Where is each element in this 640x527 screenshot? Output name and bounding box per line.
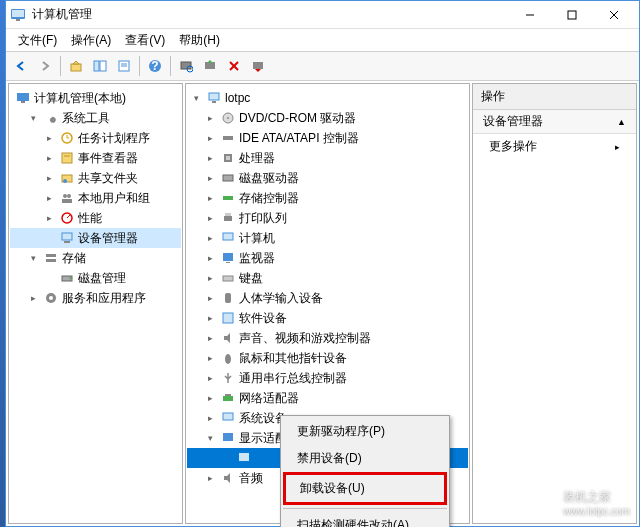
forward-button[interactable] — [34, 55, 56, 77]
nav-task-scheduler[interactable]: ▸ 任务计划程序 — [10, 128, 181, 148]
svg-point-46 — [227, 117, 229, 119]
nav-event-viewer[interactable]: ▸ 事件查看器 — [10, 148, 181, 168]
svg-line-34 — [67, 215, 70, 218]
update-driver-button[interactable] — [199, 55, 221, 77]
monitor-icon — [220, 250, 236, 266]
keyboard-icon — [220, 270, 236, 286]
nav-device-manager[interactable]: 设备管理器 — [10, 228, 181, 248]
svg-rect-61 — [223, 396, 233, 401]
up-button[interactable] — [65, 55, 87, 77]
menubar: 文件(F) 操作(A) 查看(V) 帮助(H) — [6, 29, 639, 51]
maximize-button[interactable] — [551, 2, 593, 28]
svg-rect-56 — [226, 262, 230, 263]
chevron-right-icon[interactable]: ▸ — [203, 171, 217, 185]
chevron-right-icon[interactable]: ▸ — [203, 131, 217, 145]
chevron-right-icon[interactable]: ▸ — [203, 271, 217, 285]
nav-shared-folders[interactable]: ▸ 共享文件夹 — [10, 168, 181, 188]
ctx-uninstall-device[interactable]: 卸载设备(U) — [283, 472, 447, 505]
ctx-scan-hardware[interactable]: 扫描检测硬件改动(A) — [283, 512, 447, 527]
chevron-right-icon[interactable]: ▸ — [42, 151, 56, 165]
back-button[interactable] — [10, 55, 32, 77]
device-software[interactable]: ▸软件设备 — [187, 308, 468, 328]
ctx-disable-device[interactable]: 禁用设备(D) — [283, 445, 447, 472]
chevron-right-icon[interactable]: ▸ — [203, 111, 217, 125]
chevron-right-icon[interactable]: ▸ — [42, 171, 56, 185]
storage-ctrl-icon — [220, 190, 236, 206]
device-hid[interactable]: ▸人体学输入设备 — [187, 288, 468, 308]
chevron-right-icon[interactable]: ▸ — [203, 371, 217, 385]
dvd-icon — [220, 110, 236, 126]
storage-icon — [43, 250, 59, 266]
navigation-tree-panel: 计算机管理(本地) ▾ 系统工具 ▸ 任务计划程序 ▸ 事件查看器 — [8, 83, 183, 524]
device-sound[interactable]: ▸声音、视频和游戏控制器 — [187, 328, 468, 348]
chevron-down-icon[interactable]: ▾ — [189, 91, 203, 105]
chevron-down-icon[interactable]: ▾ — [26, 111, 40, 125]
scan-hardware-button[interactable] — [175, 55, 197, 77]
minimize-button[interactable] — [509, 2, 551, 28]
device-computer[interactable]: ▸计算机 — [187, 228, 468, 248]
actions-header: 操作 — [473, 84, 636, 110]
chevron-right-icon[interactable]: ▸ — [203, 151, 217, 165]
device-monitor[interactable]: ▸监视器 — [187, 248, 468, 268]
svg-rect-58 — [225, 293, 231, 303]
device-root[interactable]: ▾ lotpc — [187, 88, 468, 108]
svg-point-29 — [63, 179, 67, 183]
chevron-right-icon[interactable]: ▸ — [203, 471, 217, 485]
chevron-down-icon[interactable]: ▾ — [26, 251, 40, 265]
chevron-right-icon[interactable]: ▸ — [203, 251, 217, 265]
uninstall-button[interactable] — [223, 55, 245, 77]
chevron-right-icon[interactable]: ▸ — [203, 351, 217, 365]
actions-more[interactable]: 更多操作 ▸ — [473, 134, 636, 159]
close-button[interactable] — [593, 2, 635, 28]
svg-rect-43 — [209, 93, 219, 100]
menu-action[interactable]: 操作(A) — [65, 30, 117, 51]
nav-performance[interactable]: ▸ 性能 — [10, 208, 181, 228]
chevron-right-icon[interactable]: ▸ — [203, 231, 217, 245]
disable-button[interactable] — [247, 55, 269, 77]
menu-help[interactable]: 帮助(H) — [173, 30, 226, 51]
chevron-right-icon[interactable]: ▸ — [42, 191, 56, 205]
chevron-down-icon[interactable]: ▾ — [203, 431, 217, 445]
chevron-right-icon[interactable]: ▸ — [203, 331, 217, 345]
nav-disk-management[interactable]: 磁盘管理 — [10, 268, 181, 288]
menu-file[interactable]: 文件(F) — [12, 30, 63, 51]
device-keyboard[interactable]: ▸键盘 — [187, 268, 468, 288]
device-ide[interactable]: ▸IDE ATA/ATAPI 控制器 — [187, 128, 468, 148]
actions-section-device-manager[interactable]: 设备管理器 ▲ — [473, 110, 636, 134]
device-mouse[interactable]: ▸鼠标和其他指针设备 — [187, 348, 468, 368]
nav-services-apps[interactable]: ▸ 服务和应用程序 — [10, 288, 181, 308]
nav-storage[interactable]: ▾ 存储 — [10, 248, 181, 268]
chevron-right-icon[interactable]: ▸ — [203, 391, 217, 405]
services-icon — [43, 290, 59, 306]
device-usb[interactable]: ▸通用串行总线控制器 — [187, 368, 468, 388]
device-cpu[interactable]: ▸处理器 — [187, 148, 468, 168]
cpu-icon — [220, 150, 236, 166]
device-storage-ctrl[interactable]: ▸存储控制器 — [187, 188, 468, 208]
chevron-right-icon[interactable]: ▸ — [26, 291, 40, 305]
properties-button[interactable] — [113, 55, 135, 77]
display-adapter-icon — [220, 430, 236, 446]
svg-rect-44 — [212, 101, 216, 103]
device-network[interactable]: ▸网络适配器 — [187, 388, 468, 408]
chevron-right-icon[interactable]: ▸ — [203, 291, 217, 305]
svg-rect-59 — [223, 313, 233, 323]
app-icon — [10, 7, 26, 23]
chevron-right-icon[interactable]: ▸ — [203, 311, 217, 325]
chevron-right-icon[interactable]: ▸ — [203, 411, 217, 425]
nav-system-tools[interactable]: ▾ 系统工具 — [10, 108, 181, 128]
nav-local-users[interactable]: ▸ 本地用户和组 — [10, 188, 181, 208]
chevron-right-icon[interactable]: ▸ — [42, 211, 56, 225]
menu-view[interactable]: 查看(V) — [119, 30, 171, 51]
show-hide-tree-button[interactable] — [89, 55, 111, 77]
device-disk-drives[interactable]: ▸磁盘驱动器 — [187, 168, 468, 188]
ctx-update-driver[interactable]: 更新驱动程序(P) — [283, 418, 447, 445]
help-button[interactable]: ? — [144, 55, 166, 77]
nav-root[interactable]: 计算机管理(本地) — [10, 88, 181, 108]
ide-icon — [220, 130, 236, 146]
chevron-right-icon[interactable]: ▸ — [203, 191, 217, 205]
chevron-right-icon[interactable]: ▸ — [42, 131, 56, 145]
users-icon — [59, 190, 75, 206]
device-dvd[interactable]: ▸DVD/CD-ROM 驱动器 — [187, 108, 468, 128]
device-print-queues[interactable]: ▸打印队列 — [187, 208, 468, 228]
chevron-right-icon[interactable]: ▸ — [203, 211, 217, 225]
